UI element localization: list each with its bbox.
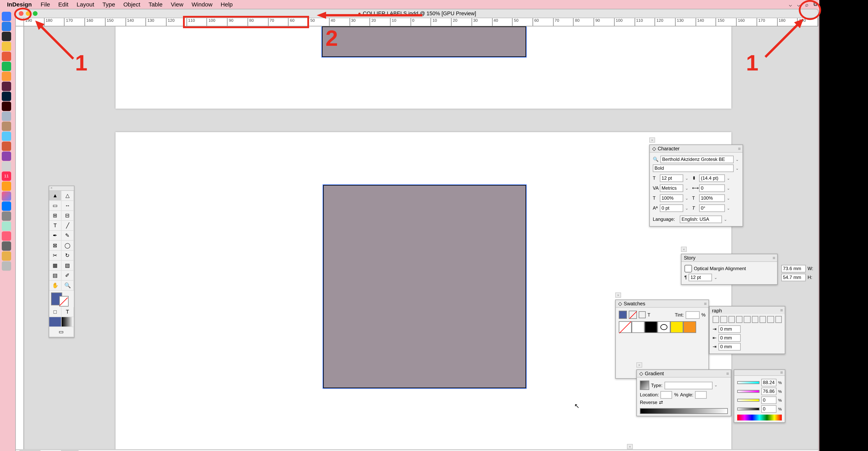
height-input[interactable]	[781, 274, 806, 281]
hand-tool[interactable]: ✋	[49, 281, 62, 291]
apply-gradient-button[interactable]	[62, 317, 74, 327]
swatch-none[interactable]	[619, 321, 632, 333]
apply-color-button[interactable]	[49, 317, 62, 327]
chevron-down-icon[interactable]: ⌄	[736, 166, 739, 171]
align-left-button[interactable]	[713, 316, 719, 323]
align-center-button[interactable]	[720, 316, 727, 323]
dock-item[interactable]	[2, 72, 11, 81]
swatch-orange[interactable]	[683, 321, 696, 333]
angle-input[interactable]	[695, 391, 707, 399]
stroke-icon[interactable]	[629, 311, 637, 319]
dock-item[interactable]	[2, 221, 11, 231]
close-icon[interactable]: ×	[681, 247, 687, 252]
frame-object[interactable]	[322, 26, 526, 57]
scissors-tool[interactable]: ✂	[49, 251, 62, 261]
font-size-input[interactable]	[660, 174, 683, 182]
content-collector-tool[interactable]: ⊞	[49, 211, 62, 221]
stroke-swatch[interactable]	[59, 296, 69, 307]
dock-item[interactable]	[2, 12, 11, 21]
optical-margin-checkbox[interactable]	[684, 265, 692, 273]
justify-right-button[interactable]	[752, 316, 758, 323]
indent-input[interactable]	[718, 343, 741, 350]
gradient-type-select[interactable]	[664, 382, 712, 389]
swatch-yellow[interactable]	[670, 321, 683, 333]
skew-input[interactable]	[699, 204, 725, 212]
pencil-tool[interactable]: ✎	[62, 231, 74, 241]
indent-input[interactable]	[718, 325, 741, 333]
help-menu[interactable]: Help	[221, 1, 233, 8]
hscale-input[interactable]	[699, 194, 725, 202]
format-container-button[interactable]: □	[49, 307, 62, 317]
language-input[interactable]	[680, 216, 722, 223]
reverse-gradient-button[interactable]: ⇄	[659, 400, 663, 405]
control-center-icon[interactable]: ⧉	[813, 1, 817, 8]
vscale-input[interactable]	[660, 194, 683, 202]
dock-item[interactable]	[2, 142, 11, 151]
baseline-input[interactable]	[660, 204, 683, 212]
y-input[interactable]	[761, 396, 776, 404]
justify-left-button[interactable]	[736, 316, 743, 323]
dock-item[interactable]	[2, 82, 11, 91]
panel-menu-icon[interactable]: ≡	[704, 301, 707, 306]
chevron-down-icon[interactable]: ⌄	[736, 157, 739, 162]
dock-item[interactable]	[2, 192, 11, 201]
page-tool[interactable]: ▭	[49, 201, 62, 211]
close-icon[interactable]: ×	[627, 444, 633, 449]
gap-tool[interactable]: ↔	[62, 201, 74, 211]
dock-item[interactable]	[2, 162, 11, 171]
panel-menu-icon[interactable]: ≡	[780, 308, 783, 313]
dock-item[interactable]	[2, 92, 11, 101]
dock-item[interactable]	[2, 242, 11, 251]
object-menu[interactable]: Object	[123, 1, 141, 8]
panel-menu-icon[interactable]: ≡	[780, 370, 783, 375]
frame-object[interactable]	[323, 185, 526, 388]
rectangle-frame-tool[interactable]: ⊠	[49, 241, 62, 251]
dock-item[interactable]	[2, 32, 11, 41]
dock-item[interactable]	[2, 62, 11, 71]
gradient-feather-tool[interactable]: ▨	[62, 261, 74, 271]
justify-center-button[interactable]	[744, 316, 750, 323]
panel-header[interactable]: ×	[49, 186, 74, 191]
table-menu[interactable]: Table	[149, 1, 163, 8]
container-format-button[interactable]	[639, 311, 646, 318]
pen-tool[interactable]: ✒	[49, 231, 62, 241]
layout-menu[interactable]: Layout	[76, 1, 94, 8]
close-icon[interactable]: ×	[636, 362, 642, 368]
dock-item[interactable]	[2, 181, 11, 191]
kerning-input[interactable]	[660, 185, 683, 192]
content-placer-tool[interactable]: ⊟	[62, 211, 74, 221]
k-input[interactable]	[761, 405, 776, 413]
free-transform-tool[interactable]: ↻	[62, 251, 74, 261]
dock-item[interactable]	[2, 121, 11, 131]
format-text-button[interactable]: T	[62, 307, 74, 317]
zoom-tool[interactable]: 🔍	[62, 281, 74, 291]
swatch-registration[interactable]	[657, 321, 670, 333]
text-format-button[interactable]: T	[648, 312, 650, 317]
justify-full-button[interactable]	[760, 316, 766, 323]
dock-item[interactable]	[2, 102, 11, 111]
font-family-input[interactable]	[660, 156, 734, 163]
file-menu[interactable]: File	[41, 1, 50, 8]
tint-input[interactable]	[686, 311, 700, 319]
maximize-button[interactable]	[33, 11, 37, 16]
align-right-button[interactable]	[728, 316, 735, 323]
leading-input[interactable]	[699, 174, 725, 182]
dock-item[interactable]	[2, 52, 11, 61]
close-icon[interactable]: ×	[649, 137, 655, 143]
dock-item[interactable]	[2, 261, 11, 271]
dock-item[interactable]: 11	[2, 171, 11, 181]
tracking-input[interactable]	[699, 185, 725, 192]
align-away-spine-button[interactable]	[775, 316, 782, 323]
wifi-icon[interactable]: ⌵	[797, 2, 800, 7]
dock-item[interactable]	[2, 132, 11, 141]
minimize-button[interactable]	[26, 11, 31, 16]
selection-tool[interactable]: ▲	[49, 191, 62, 201]
eyedropper-tool[interactable]: ✐	[62, 271, 74, 281]
indent-input[interactable]	[718, 334, 741, 342]
dock-item[interactable]	[2, 231, 11, 241]
swatch-paper[interactable]	[632, 321, 645, 333]
view-mode-button[interactable]: ▭	[49, 327, 74, 337]
dock-item[interactable]	[2, 201, 11, 211]
swatch-black[interactable]	[645, 321, 657, 333]
dock-item[interactable]	[2, 112, 11, 121]
